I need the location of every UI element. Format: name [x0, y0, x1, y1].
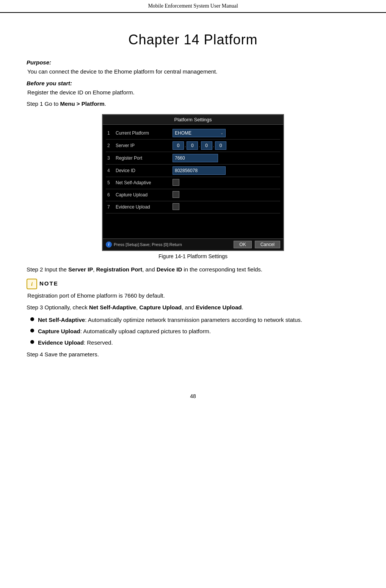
step2-reg-port: Registration Port [96, 266, 142, 273]
dialog-row-3: 3 Register Port 7660 [106, 152, 280, 165]
list-item-evidence: Evidence Upload: Reserved. [30, 338, 359, 347]
step3-capture: Capture Upload [139, 304, 182, 310]
row-num-2: 2 [107, 143, 116, 148]
step4-text: Step 4 Save the parameters. [27, 350, 359, 359]
header-title: Mobile Enforcement System User Manual [148, 3, 238, 9]
note-label: NOTE [39, 280, 58, 287]
row-value-2: 0 . 0 . 0 . 0 [173, 141, 279, 150]
row-label-capture-upload: Capture Upload [116, 192, 173, 198]
dialog-row-1: 1 Current Platform EHOME ⌄ [106, 127, 280, 140]
bullet-text-1: Net Self-Adaptive: Automatically optimiz… [38, 315, 302, 325]
ip-segment-3[interactable]: 0 [201, 141, 212, 150]
row-num-3: 3 [107, 155, 116, 161]
step3-evidence: Evidence Upload [196, 304, 242, 310]
bullet-text-3: Evidence Upload: Reserved. [38, 338, 113, 347]
step2-and: , and [142, 266, 157, 273]
row-label-evidence-upload: Evidence Upload [116, 204, 173, 210]
list-item-capture: Capture Upload: Automatically upload cap… [30, 327, 359, 336]
row-label-current-platform: Current Platform [116, 130, 173, 136]
footer-buttons: OK Cancel [234, 241, 280, 248]
step3-and: , and [182, 304, 196, 310]
bullet-dot-3 [30, 340, 34, 344]
register-port-input[interactable]: 7660 [173, 154, 218, 162]
row-num-4: 4 [107, 168, 116, 173]
bullet-bold-2: Capture Upload [38, 328, 80, 334]
bullet-dot-2 [30, 329, 34, 332]
list-item-net-self: Net Self-Adaptive: Automatically optimiz… [30, 315, 359, 325]
ip-dot-1: . [185, 143, 186, 148]
figure-caption: Figure 14-1 Platform Settings [27, 253, 359, 259]
ip-dot-3: . [213, 143, 214, 148]
footer-hint: i Press [Setup]:Save; Press [0]:Return [106, 241, 182, 248]
row-value-1: EHOME ⌄ [173, 129, 279, 137]
page-header: Mobile Enforcement System User Manual [0, 0, 386, 13]
ip-dot-2: . [199, 143, 200, 148]
net-self-adaptive-checkbox[interactable] [173, 179, 179, 186]
dialog-title-bar: Platform Settings [103, 115, 283, 125]
step3-prefix: Step 3 Optionally, check [27, 304, 89, 310]
step3-net-self: Net Self-Adaptive [89, 304, 136, 310]
purpose-text: You can connect the device to the Ehome … [27, 67, 359, 76]
bullet-bold-1: Net Self-Adaptive [38, 317, 85, 323]
step1-bold: Menu > Platform [60, 100, 104, 107]
chevron-down-icon: ⌄ [220, 131, 223, 135]
note-icon-inner: i [31, 281, 33, 287]
step2-server-ip: Server IP [68, 266, 93, 273]
before-start-text: Register the device ID on Ehome platform… [27, 88, 359, 97]
before-start-label: Before you start: [27, 80, 359, 86]
ok-button[interactable]: OK [234, 241, 251, 248]
row-num-7: 7 [107, 204, 116, 210]
step1-prefix: Step 1 Go to [27, 100, 60, 107]
chapter-title: Chapter 14 Platform [27, 32, 359, 48]
dialog-footer: i Press [Setup]:Save; Press [0]:Return O… [103, 238, 283, 250]
step1-end: . [105, 100, 106, 107]
platform-settings-dialog: Platform Settings 1 Current Platform EHO… [102, 114, 284, 251]
step2-device-id: Device ID [157, 266, 182, 273]
row-num-6: 6 [107, 192, 116, 198]
dialog-row-2: 2 Server IP 0 . 0 . 0 . 0 [106, 140, 280, 152]
current-platform-value: EHOME [175, 130, 191, 136]
row-num-5: 5 [107, 180, 116, 185]
step2-end: in the corresponding text fields. [182, 266, 262, 273]
purpose-label: Purpose: [27, 59, 359, 66]
step1-text: Step 1 Go to Menu > Platform. [27, 100, 359, 108]
bullet-bold-3: Evidence Upload [38, 339, 84, 346]
step2-text: Step 2 Input the Server IP, Registration… [27, 265, 359, 274]
bullet-text-2: Capture Upload: Automatically upload cap… [38, 327, 211, 336]
step3-text: Step 3 Optionally, check Net Self-Adapti… [27, 303, 359, 312]
note-text: Registration port of Ehome platform is 7… [27, 292, 359, 300]
figure-container: Platform Settings 1 Current Platform EHO… [27, 114, 359, 259]
row-value-3: 7660 [173, 154, 279, 162]
info-icon: i [106, 241, 112, 248]
device-id-input[interactable]: 802856078 [173, 166, 226, 175]
bullet-dot-1 [30, 317, 34, 321]
dialog-row-5: 5 Net Self-Adaptive [106, 177, 280, 189]
dialog-spacer [106, 213, 280, 236]
row-label-register-port: Register Port [116, 155, 173, 161]
ip-segment-2[interactable]: 0 [187, 141, 198, 150]
ip-segment-1[interactable]: 0 [173, 141, 184, 150]
note-box: i NOTE [27, 278, 359, 289]
ip-segment-4[interactable]: 0 [215, 141, 226, 150]
dialog-row-7: 7 Evidence Upload [106, 201, 280, 213]
note-icon: i [27, 279, 37, 289]
ip-field: 0 . 0 . 0 . 0 [173, 141, 279, 150]
page-number: 48 [0, 393, 386, 407]
dialog-body: 1 Current Platform EHOME ⌄ 2 Server IP [103, 125, 283, 238]
cancel-button[interactable]: Cancel [255, 241, 280, 248]
step3-end: . [242, 304, 243, 310]
row-value-5 [173, 179, 279, 187]
capture-upload-checkbox[interactable] [173, 191, 179, 198]
row-num-1: 1 [107, 130, 116, 136]
row-label-device-id: Device ID [116, 168, 173, 173]
footer-hint-text: Press [Setup]:Save; Press [0]:Return [114, 242, 182, 247]
bullet-list: Net Self-Adaptive: Automatically optimiz… [30, 315, 359, 347]
row-value-4: 802856078 [173, 166, 279, 175]
dialog-row-6: 6 Capture Upload [106, 189, 280, 201]
page-content: Chapter 14 Platform Purpose: You can con… [0, 13, 386, 378]
evidence-upload-checkbox[interactable] [173, 203, 179, 210]
row-value-6 [173, 191, 279, 199]
current-platform-dropdown[interactable]: EHOME ⌄ [173, 129, 226, 137]
dialog-row-4: 4 Device ID 802856078 [106, 165, 280, 177]
row-value-7 [173, 203, 279, 211]
